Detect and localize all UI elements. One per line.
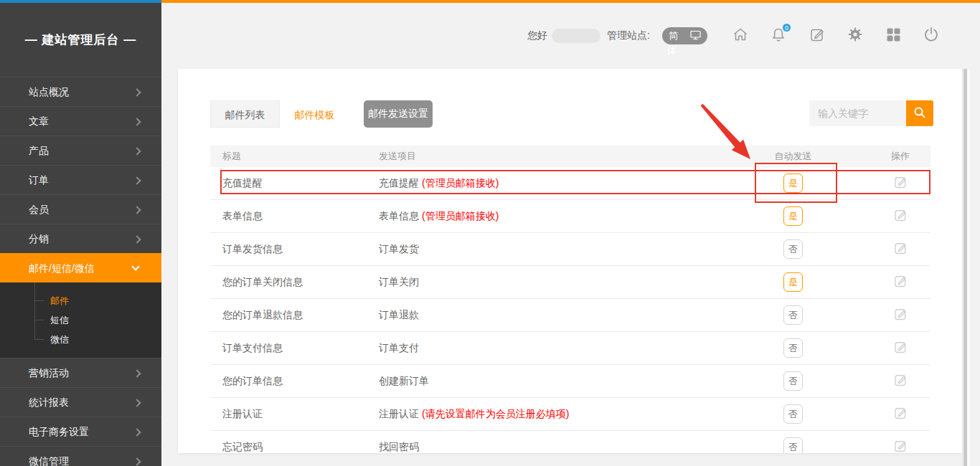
auto-send-toggle[interactable]: 否 <box>783 437 803 453</box>
monitor-icon <box>690 30 701 42</box>
search-box <box>809 100 933 126</box>
row-title: 订单支付信息 <box>210 342 379 355</box>
mail-send-settings-button[interactable]: 邮件发送设置 <box>364 100 433 128</box>
column-header: 标题 <box>210 150 379 163</box>
row-operation-cell <box>870 274 930 290</box>
sidebar-item-label: 订单 <box>29 174 49 186</box>
notification-badge: 0 <box>781 22 792 33</box>
row-edit-icon[interactable] <box>893 439 908 453</box>
app-title: — 建站管理后台 — <box>0 3 161 77</box>
sidebar-item-mail-sms-wechat[interactable]: 邮件/短信/微信 <box>0 253 161 282</box>
row-title: 您的订单信息 <box>210 375 379 388</box>
search-icon <box>913 105 927 122</box>
row-auto-send-cell: 是 <box>716 206 870 226</box>
table-row: 表单信息 表单信息(管理员邮箱接收) 是 <box>210 200 930 233</box>
sidebar-subitem-email[interactable]: 邮件 <box>0 291 161 310</box>
row-edit-icon[interactable] <box>893 406 908 420</box>
mail-template-table: 标题发送项目自动发送操作 充值提醒 充值提醒(管理员邮箱接收) 是 表单信息 表… <box>210 146 930 453</box>
row-operation-cell <box>870 373 930 389</box>
auto-send-toggle[interactable]: 否 <box>783 371 803 391</box>
sidebar-subitem-wechat[interactable]: 微信 <box>0 330 161 349</box>
row-title: 充值提醒 <box>210 177 379 190</box>
row-auto-send-cell: 否 <box>716 437 870 453</box>
table-row: 您的订单信息 创建新订单 否 <box>210 365 930 398</box>
row-operation-cell <box>870 307 930 323</box>
sidebar-item-site-overview[interactable]: 站点概况 <box>0 77 161 106</box>
column-header: 操作 <box>870 150 930 163</box>
scrollbar-thumb[interactable] <box>963 69 967 466</box>
row-edit-icon[interactable] <box>893 340 908 354</box>
greeting-label: 您好 <box>527 29 547 42</box>
sidebar-item-label: 微信管理 <box>29 455 69 466</box>
row-auto-send-cell: 是 <box>716 272 870 292</box>
chevron-right-icon <box>131 262 139 270</box>
sidebar-item-ecommerce-settings[interactable]: 电子商务设置 <box>0 417 161 446</box>
row-operation-cell <box>870 439 930 453</box>
row-edit-icon[interactable] <box>893 274 908 288</box>
table-row: 注册认证 注册认证(请先设置邮件为会员注册必填项) 否 <box>210 398 930 431</box>
sidebar-item-orders[interactable]: 订单 <box>0 165 161 194</box>
sidebar-subitem-sms[interactable]: 短信 <box>0 310 161 330</box>
row-send-item: 充值提醒(管理员邮箱接收) <box>379 177 716 190</box>
language-label-wrap: 体 <box>667 44 677 57</box>
auto-send-toggle[interactable]: 是 <box>783 206 803 226</box>
sidebar-item-wechat-management[interactable]: 微信管理 <box>0 446 161 466</box>
row-auto-send-cell: 否 <box>716 305 870 325</box>
row-note: (管理员邮箱接收) <box>422 177 499 189</box>
row-edit-icon[interactable] <box>893 241 908 255</box>
row-title: 您的订单退款信息 <box>210 309 379 322</box>
table-row: 您的订单退款信息 订单退款 否 <box>210 299 930 332</box>
auto-send-toggle[interactable]: 否 <box>783 404 803 424</box>
table-row: 忘记密码 找回密码 否 <box>210 431 930 453</box>
row-edit-icon[interactable] <box>893 175 908 189</box>
sidebar-item-marketing[interactable]: 营销活动 <box>0 358 161 387</box>
row-operation-cell <box>870 340 930 356</box>
home-icon[interactable] <box>732 26 749 43</box>
table-row: 充值提醒 充值提醒(管理员邮箱接收) 是 <box>210 167 930 200</box>
sidebar-item-distribution[interactable]: 分销 <box>0 224 161 253</box>
auto-send-toggle[interactable]: 是 <box>783 272 803 292</box>
row-send-item: 订单发货 <box>379 243 716 256</box>
chevron-right-icon <box>133 457 141 465</box>
row-title: 忘记密码 <box>210 441 379 454</box>
sidebar-subitem-label: 邮件 <box>50 295 69 306</box>
table-header-row: 标题发送项目自动发送操作 <box>210 146 930 167</box>
sidebar-subitem-label: 短信 <box>50 315 69 325</box>
search-input[interactable] <box>809 100 906 126</box>
auto-send-toggle[interactable]: 否 <box>783 338 803 358</box>
sidebar-item-label: 统计报表 <box>29 396 69 408</box>
sidebar-item-label: 营销活动 <box>29 367 69 379</box>
row-note: (请先设置邮件为会员注册必填项) <box>422 408 569 419</box>
row-edit-icon[interactable] <box>893 373 908 387</box>
sidebar-item-products[interactable]: 产品 <box>0 135 161 165</box>
settings-gear-icon[interactable] <box>847 26 864 43</box>
apps-grid-icon[interactable] <box>885 26 902 43</box>
tab-mail-template[interactable]: 邮件模板 <box>280 100 349 128</box>
page-scrollbar[interactable] <box>962 69 970 466</box>
auto-send-toggle[interactable]: 否 <box>783 305 803 325</box>
table-row: 订单支付信息 订单支付 否 <box>210 332 930 365</box>
power-icon[interactable] <box>923 26 940 43</box>
row-edit-icon[interactable] <box>893 208 908 222</box>
tab-mail-list[interactable]: 邮件列表 <box>210 100 280 128</box>
chevron-right-icon <box>133 176 141 184</box>
row-operation-cell <box>870 208 930 224</box>
auto-send-toggle[interactable]: 否 <box>783 239 803 259</box>
row-auto-send-cell: 否 <box>716 239 870 259</box>
user-name-redacted <box>552 29 600 43</box>
row-auto-send-cell: 否 <box>716 371 870 391</box>
language-label: 简 <box>669 29 678 42</box>
sidebar-item-members[interactable]: 会员 <box>0 194 161 224</box>
edit-icon[interactable] <box>809 26 826 43</box>
auto-send-toggle[interactable]: 是 <box>783 173 803 193</box>
sidebar-item-statistics[interactable]: 统计报表 <box>0 387 161 417</box>
language-switch-pill[interactable]: 简 <box>662 27 707 44</box>
search-button[interactable] <box>906 100 933 126</box>
row-send-item: 注册认证(请先设置邮件为会员注册必填项) <box>379 408 716 421</box>
chevron-right-icon <box>133 118 141 125</box>
row-auto-send-cell: 否 <box>716 338 870 358</box>
row-edit-icon[interactable] <box>893 307 908 321</box>
row-title: 表单信息 <box>210 210 379 223</box>
sidebar-submenu: 邮件 短信 微信 <box>0 282 161 358</box>
sidebar-item-articles[interactable]: 文章 <box>0 106 161 135</box>
